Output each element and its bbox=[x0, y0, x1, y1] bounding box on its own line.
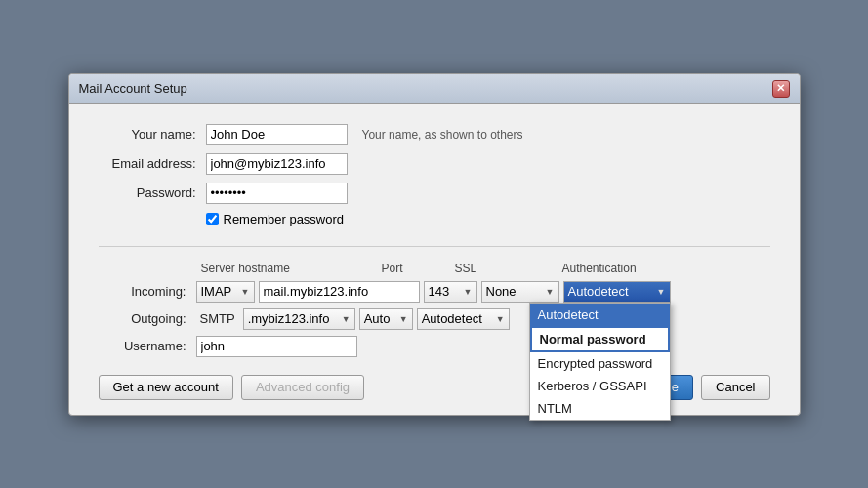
outgoing-port-arrow-icon: ▼ bbox=[399, 314, 408, 324]
incoming-auth-value: Autodetect bbox=[568, 284, 653, 299]
auth-option-ntlm[interactable]: NTLM bbox=[530, 397, 670, 420]
remember-password-checkbox[interactable] bbox=[206, 213, 219, 225]
incoming-row: Incoming: IMAP ▼ 143 ▼ None bbox=[99, 281, 770, 303]
remember-password-label: Remember password bbox=[224, 212, 345, 226]
basic-info-section: Your name: Your name, as shown to others… bbox=[99, 124, 770, 226]
close-button[interactable]: ✕ bbox=[772, 80, 790, 98]
auth-header: Authentication bbox=[562, 262, 770, 275]
incoming-ssl-value: None bbox=[486, 284, 542, 299]
incoming-ssl-dropdown[interactable]: None ▼ bbox=[481, 281, 559, 303]
button-left-group: Get a new account Advanced config bbox=[99, 375, 365, 400]
outgoing-label: Outgoing: bbox=[99, 311, 196, 326]
cancel-button[interactable]: Cancel bbox=[701, 375, 769, 400]
auth-dropdown-menu: Autodetect Normal password Encrypted pas… bbox=[529, 303, 671, 421]
divider bbox=[99, 246, 770, 247]
email-input[interactable] bbox=[206, 153, 348, 175]
remember-password-row: Remember password bbox=[206, 212, 770, 226]
outgoing-protocol-dropdown[interactable]: .mybiz123.info ▼ bbox=[243, 308, 355, 330]
outgoing-protocol-label: SMTP bbox=[196, 311, 239, 326]
outgoing-row-content: SMTP .mybiz123.info ▼ Auto ▼ Autodetect … bbox=[196, 308, 510, 330]
outgoing-hostname-value: .mybiz123.info bbox=[248, 311, 338, 326]
incoming-port-value: 143 bbox=[429, 284, 460, 299]
get-new-account-button[interactable]: Get a new account bbox=[99, 375, 233, 400]
outgoing-ssl-arrow-icon: ▼ bbox=[496, 314, 505, 324]
incoming-ssl-arrow-icon: ▼ bbox=[546, 287, 555, 297]
your-name-input[interactable] bbox=[206, 124, 348, 145]
incoming-port-dropdown[interactable]: 143 ▼ bbox=[424, 281, 477, 303]
auth-option-encrypted-password[interactable]: Encrypted password bbox=[530, 352, 670, 375]
incoming-auth-dropdown[interactable]: Autodetect ▼ bbox=[563, 281, 671, 303]
dialog-body: Your name: Your name, as shown to others… bbox=[69, 104, 800, 415]
password-label: Password: bbox=[99, 185, 206, 200]
hostname-header: Server hostname bbox=[201, 262, 382, 275]
ssl-header: SSL bbox=[455, 262, 562, 275]
email-label: Email address: bbox=[99, 156, 206, 171]
your-name-hint: Your name, as shown to others bbox=[362, 128, 523, 142]
port-header: Port bbox=[382, 262, 455, 275]
incoming-protocol-dropdown[interactable]: IMAP ▼ bbox=[196, 281, 255, 303]
auth-option-kerberos[interactable]: Kerberos / GSSAPI bbox=[530, 375, 670, 397]
server-section: Server hostname Port SSL Authentication … bbox=[99, 262, 770, 357]
username-input[interactable] bbox=[196, 336, 357, 357]
password-input[interactable] bbox=[206, 183, 348, 204]
password-row: Password: bbox=[99, 183, 770, 204]
outgoing-port-dropdown[interactable]: Auto ▼ bbox=[359, 308, 413, 330]
username-label: Username: bbox=[99, 339, 196, 353]
advanced-config-button[interactable]: Advanced config bbox=[241, 375, 364, 400]
your-name-row: Your name: Your name, as shown to others bbox=[99, 124, 770, 145]
incoming-label: Incoming: bbox=[99, 284, 196, 299]
dialog-overlay: Mail Account Setup ✕ Your name: Your nam… bbox=[68, 73, 801, 416]
outgoing-ssl-dropdown[interactable]: Autodetect ▼ bbox=[417, 308, 510, 330]
email-row: Email address: bbox=[99, 153, 770, 175]
your-name-label: Your name: bbox=[99, 127, 206, 142]
incoming-hostname-input[interactable] bbox=[259, 281, 420, 303]
auth-option-normal-password[interactable]: Normal password bbox=[530, 326, 670, 352]
title-bar: Mail Account Setup ✕ bbox=[69, 74, 800, 104]
dialog-title: Mail Account Setup bbox=[79, 81, 187, 96]
outgoing-ssl-value: Autodetect bbox=[422, 311, 492, 326]
server-header: Server hostname Port SSL Authentication bbox=[99, 262, 770, 275]
incoming-protocol-arrow-icon: ▼ bbox=[241, 287, 250, 297]
mail-account-dialog: Mail Account Setup ✕ Your name: Your nam… bbox=[68, 73, 801, 416]
incoming-port-arrow-icon: ▼ bbox=[464, 287, 473, 297]
outgoing-port-value: Auto bbox=[364, 311, 395, 326]
incoming-auth-arrow-icon: ▼ bbox=[657, 287, 666, 297]
incoming-row-content: IMAP ▼ 143 ▼ None ▼ bbox=[196, 281, 671, 303]
incoming-auth-container: Autodetect ▼ Autodetect Normal password … bbox=[563, 281, 671, 303]
outgoing-hostname-arrow-icon: ▼ bbox=[342, 314, 351, 324]
auth-option-autodetect[interactable]: Autodetect bbox=[530, 304, 670, 326]
incoming-protocol-value: IMAP bbox=[201, 284, 237, 299]
